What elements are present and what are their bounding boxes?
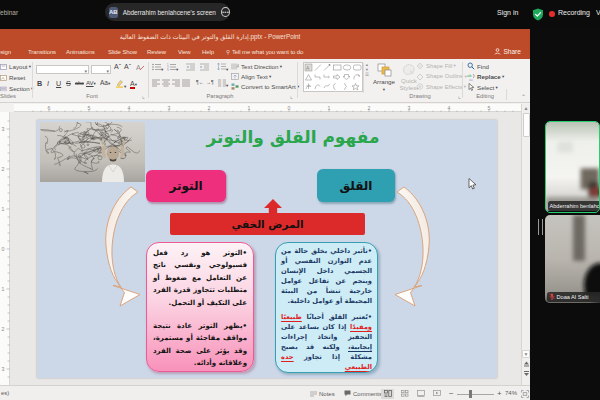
grow-font-button[interactable]: Aˆ bbox=[114, 63, 121, 70]
arrange-button[interactable]: Arrange▾ bbox=[372, 63, 396, 92]
align-text-button[interactable]: Align Text ▾ bbox=[231, 73, 271, 80]
tab-design[interactable]: Design bbox=[0, 49, 11, 55]
select-button[interactable]: Select ▾ bbox=[467, 83, 498, 91]
security-shield-icon[interactable] bbox=[532, 7, 544, 25]
align-center-button[interactable] bbox=[162, 79, 170, 89]
zoom-level[interactable]: 74% bbox=[505, 390, 517, 396]
tab-slide-show[interactable]: Slide Show bbox=[108, 49, 137, 55]
stress-label-box[interactable]: التوتر bbox=[146, 170, 226, 202]
horizontal-ruler[interactable]: 6543210123456 bbox=[14, 104, 521, 112]
change-case-button[interactable]: Aa▾ bbox=[100, 79, 110, 86]
paragraph-dialog-launcher-icon[interactable]: ⌞ bbox=[290, 93, 297, 100]
shape-effects-button[interactable]: Shape Effects ▾ bbox=[416, 83, 466, 90]
participant-tile-presenter[interactable]: Abderrahim benlahcene bbox=[545, 121, 600, 213]
recording-dot-icon bbox=[549, 11, 555, 17]
text-segment: طبيعيًا bbox=[281, 313, 302, 321]
tab-transitions[interactable]: Transitions bbox=[28, 49, 56, 55]
shape-gallery[interactable]: A bbox=[303, 62, 363, 92]
comments-button[interactable]: Comments bbox=[344, 390, 382, 397]
participant-tile-doaa[interactable]: Doaa Al Salti bbox=[545, 215, 600, 304]
stress-paragraph-1: •التوتر هو رد فعل فسيولوجي ونفسي ناتج عن… bbox=[153, 247, 247, 309]
vertical-ruler[interactable]: 3210123 bbox=[0, 112, 10, 385]
tab-animations[interactable]: Animations bbox=[66, 49, 95, 55]
decrease-indent-button[interactable] bbox=[186, 63, 195, 73]
tab-view[interactable]: View bbox=[178, 49, 191, 55]
shape-gallery-scroll[interactable]: ▴▾☰ bbox=[363, 63, 370, 93]
layout-button[interactable]: Layout ▾ bbox=[0, 63, 31, 70]
numbering-button[interactable]: 123▾ bbox=[167, 63, 178, 73]
scroll-up-icon[interactable]: ▲ bbox=[522, 105, 530, 111]
font-size-combobox[interactable]: ▾ bbox=[91, 65, 111, 74]
panel-drag-handle[interactable] bbox=[538, 219, 543, 235]
font-name-combobox[interactable]: ▾ bbox=[36, 65, 89, 74]
notes-button[interactable]: Notes bbox=[310, 390, 335, 397]
anxiety-text-box[interactable]: •تأثير داخلي يخلق حالة من عدم التوازن ال… bbox=[275, 242, 378, 373]
dropdown-caret-icon: ▾ bbox=[135, 82, 137, 87]
curved-arrow-right[interactable] bbox=[390, 186, 432, 308]
zoom-slider[interactable] bbox=[457, 394, 494, 395]
reading-view-icon bbox=[417, 390, 425, 397]
screen-share-pill[interactable]: AB Abderrahim benlahcene's screen ••• bbox=[105, 3, 230, 21]
ruler-number: 0 bbox=[2, 246, 5, 252]
align-left-button[interactable] bbox=[152, 79, 160, 89]
justify-button[interactable] bbox=[182, 79, 190, 89]
scroll-down-icon[interactable]: ▼ bbox=[522, 350, 530, 358]
anxiety-label-box[interactable]: القلق bbox=[317, 169, 395, 202]
tab-review[interactable]: Review bbox=[147, 49, 166, 55]
slide-scrollbar[interactable]: ▲ ▼ bbox=[521, 104, 530, 385]
text-direction-button[interactable]: A Text Direction ▾ bbox=[231, 63, 282, 70]
character-spacing-button[interactable]: AV▾ bbox=[86, 80, 96, 86]
ltr-direction-button[interactable]: →¶ bbox=[206, 79, 214, 85]
shape-outline-button[interactable]: Shape Outline ▾ bbox=[416, 73, 467, 80]
slide[interactable]: مفهوم القلق والتوتر التوتر القلق المرض ا… bbox=[37, 120, 497, 378]
tell-me-search[interactable]: ⚲Tell me what you want to do bbox=[226, 49, 303, 55]
normal-view-button[interactable] bbox=[381, 389, 394, 399]
highlight-color-button[interactable]: ▾ bbox=[115, 79, 126, 90]
language-indicator[interactable]: es) bbox=[1, 390, 9, 396]
reset-button[interactable]: Reset bbox=[0, 74, 25, 81]
clear-formatting-button[interactable]: A bbox=[136, 63, 144, 73]
columns-button[interactable]: ▾ bbox=[218, 79, 228, 89]
bullets-button[interactable]: ▾ bbox=[152, 63, 163, 73]
scrollbar-thumb[interactable] bbox=[523, 113, 530, 137]
strikethrough-button[interactable]: S bbox=[66, 79, 71, 88]
slide-sorter-view-button[interactable] bbox=[398, 389, 411, 399]
section-button[interactable]: Section ▾ bbox=[0, 85, 33, 92]
curved-arrow-left[interactable] bbox=[103, 186, 145, 308]
up-arrow-shape[interactable] bbox=[264, 199, 282, 213]
align-left-icon bbox=[152, 79, 160, 87]
collapse-ribbon-icon[interactable]: ⌃ bbox=[521, 93, 526, 100]
tab-help[interactable]: Help bbox=[202, 49, 214, 55]
sign-in-button[interactable]: Sign in bbox=[497, 9, 518, 16]
view-button[interactable]: View bbox=[596, 9, 600, 16]
find-button[interactable]: Find bbox=[467, 62, 489, 70]
increase-indent-button[interactable] bbox=[200, 63, 209, 73]
line-spacing-button[interactable]: ▾ bbox=[217, 63, 228, 73]
underline-button[interactable]: U bbox=[56, 79, 61, 88]
zoom-in-button[interactable]: + bbox=[497, 389, 502, 398]
fit-slide-icon[interactable] bbox=[521, 390, 529, 398]
convert-to-smartart-button[interactable]: Convert to SmartArt ▾ bbox=[231, 83, 299, 90]
share-button[interactable]: Share bbox=[494, 48, 521, 55]
italic-button[interactable]: I bbox=[47, 79, 49, 88]
shrink-font-button[interactable]: Aˇ bbox=[124, 63, 131, 70]
strikethrough-abc-button[interactable]: abc bbox=[75, 80, 84, 86]
font-color-button[interactable]: A▾ bbox=[130, 79, 137, 88]
normal-view-icon bbox=[384, 390, 392, 397]
align-right-button[interactable] bbox=[172, 79, 180, 89]
rtl-direction-button[interactable]: ¶← bbox=[196, 79, 204, 85]
previous-slide-icon[interactable] bbox=[522, 361, 530, 369]
stressed-man-photo[interactable] bbox=[40, 122, 145, 182]
share-options-icon[interactable]: ••• bbox=[221, 7, 230, 17]
bold-button[interactable]: B bbox=[37, 79, 42, 88]
slideshow-view-button[interactable] bbox=[430, 389, 443, 399]
replace-button[interactable]: abac Replace ▾ bbox=[467, 73, 504, 81]
zoom-slider-thumb[interactable] bbox=[469, 390, 472, 398]
zoom-out-button[interactable]: − bbox=[449, 389, 454, 398]
shape-fill-button[interactable]: Shape Fill ▾ bbox=[416, 62, 456, 69]
slide-title[interactable]: مفهوم القلق والتوتر bbox=[163, 127, 423, 147]
next-slide-icon[interactable] bbox=[522, 370, 530, 378]
reading-view-button[interactable] bbox=[414, 389, 427, 399]
stress-text-box[interactable]: •التوتر هو رد فعل فسيولوجي ونفسي ناتج عن… bbox=[146, 242, 254, 372]
hidden-disease-box[interactable]: المرض الخفي bbox=[170, 213, 365, 235]
